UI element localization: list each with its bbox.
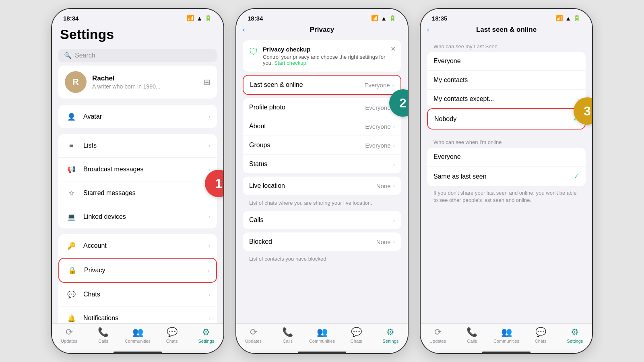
lastseen-nobody[interactable]: Nobody ✓ — [428, 109, 585, 129]
privacy-item-about[interactable]: About Everyone › — [243, 117, 401, 136]
wifi-icon-3: ▲ — [565, 15, 571, 22]
tab-updates-3[interactable]: ⟳ Updates — [421, 327, 455, 343]
settings-item-broadcast[interactable]: 📢 Broadcast messages › — [58, 158, 217, 181]
status-icons-1: 📶 ▲ 🔋 — [187, 14, 212, 22]
linked-icon: 💻 — [65, 210, 78, 223]
shield-icon: 🛡 — [249, 47, 258, 57]
settings-item-privacy[interactable]: 🔒 Privacy › — [58, 258, 217, 283]
close-banner-button[interactable]: ✕ — [390, 45, 396, 53]
chats-tab-label-3: Chats — [535, 339, 547, 343]
privacy-item-calls[interactable]: Calls › — [243, 211, 401, 229]
settings-item-avatar[interactable]: 👤 Avatar › — [58, 105, 217, 128]
avatar: R — [65, 71, 87, 93]
settings-item-account[interactable]: 🔑 Account › — [58, 234, 217, 258]
status-time-2: 18:34 — [248, 15, 263, 22]
privacy-scroll: 🛡 Privacy checkup Control your privacy a… — [236, 37, 408, 323]
privacy-item-photo[interactable]: Profile photo Everyone › — [243, 98, 401, 117]
battery-icon-1: 🔋 — [204, 14, 212, 22]
signal-icon-3: 📶 — [555, 14, 563, 22]
privacy-item-lastseen[interactable]: Last seen & online Everyone › — [244, 76, 400, 94]
home-indicator-3 — [482, 352, 530, 353]
settings-item-starred[interactable]: ☆ Starred messages › — [58, 181, 217, 205]
settings-tab-label-3: Settings — [567, 339, 583, 343]
status-label: Status — [249, 160, 267, 168]
notifications-label: Notifications — [83, 315, 208, 322]
lastseen-list-2: Everyone Same as last seen ✓ — [427, 148, 586, 186]
tab-bar-2: ⟳ Updates 📞 Calls 👥 Communities 💬 Chats … — [236, 323, 408, 350]
lastseen-list-1: Everyone My contacts My contacts except.… — [427, 52, 586, 108]
lastseen-everyone[interactable]: Everyone — [427, 52, 586, 71]
blocked-label: Blocked — [249, 238, 272, 245]
about-label: About — [249, 123, 266, 130]
lastseen-contacts[interactable]: My contacts — [427, 71, 586, 90]
banner-link[interactable]: Start checkup — [274, 60, 306, 66]
calls-label-1: Calls — [99, 339, 108, 343]
lastseen-section2-title: Who can see when I'm online — [421, 133, 592, 148]
tab-calls-3[interactable]: 📞 Calls — [455, 327, 489, 343]
communities-label-3: Communities — [493, 339, 519, 343]
status-time-1: 18:34 — [63, 15, 78, 22]
settings-tab-icon-1: ⚙ — [202, 327, 210, 337]
tab-chats-2[interactable]: 💬 Chats — [339, 327, 374, 343]
broadcast-label: Broadcast messages — [83, 166, 208, 173]
chats-tab-icon-3: 💬 — [535, 327, 546, 337]
phone-3: 18:35 📶 ▲ 🔋 ‹ Last seen & online Who can… — [420, 8, 593, 354]
tab-calls-1[interactable]: 📞 Calls — [86, 327, 120, 343]
lastseen-note: If you don't share your last seen and on… — [421, 186, 592, 207]
tab-calls-2[interactable]: 📞 Calls — [270, 327, 305, 343]
lists-icon: ≡ — [65, 139, 78, 152]
tab-updates-2[interactable]: ⟳ Updates — [236, 327, 270, 343]
tab-communities-3[interactable]: 👥 Communities — [489, 327, 523, 343]
updates-icon-2: ⟳ — [250, 327, 257, 337]
tab-bar-3: ⟳ Updates 📞 Calls 👥 Communities 💬 Chats … — [421, 323, 592, 350]
back-button-3[interactable]: ‹ — [427, 26, 429, 34]
calls-icon-3: 📞 — [466, 327, 477, 337]
settings-tab-label-2: Settings — [383, 339, 399, 343]
tab-settings-3[interactable]: ⚙ Settings — [558, 327, 592, 343]
lastseen-row-value: Everyone — [364, 82, 390, 88]
tab-settings-2[interactable]: ⚙ Settings — [374, 327, 408, 343]
lastseen-contacts-except[interactable]: My contacts except... › — [427, 90, 586, 108]
chats-tab-icon-1: 💬 — [167, 327, 178, 337]
blocked-value: None — [376, 239, 391, 245]
online-everyone[interactable]: Everyone — [427, 148, 586, 167]
status-time-3: 18:35 — [432, 15, 447, 22]
privacy-item-blocked[interactable]: Blocked None › — [243, 232, 401, 251]
settings-item-notifications[interactable]: 🔔 Notifications › — [58, 306, 217, 323]
updates-icon-3: ⟳ — [434, 327, 442, 337]
privacy-list-main: Profile photo Everyone › About Everyone … — [243, 98, 401, 173]
search-bar[interactable]: 🔍 Search — [58, 49, 217, 62]
chats-tab-icon-2: 💬 — [351, 327, 362, 337]
communities-icon-3: 👥 — [501, 327, 512, 337]
privacy-item-groups[interactable]: Groups Everyone › — [243, 136, 401, 155]
settings-item-chats[interactable]: 💬 Chats › — [58, 283, 217, 306]
tab-settings-1[interactable]: ⚙ Settings — [189, 327, 223, 343]
profile-section[interactable]: R Rachel A writer who born in 1990... ⊞ — [58, 66, 217, 99]
broadcast-icon: 📢 — [65, 163, 78, 176]
status-bar-3: 18:35 📶 ▲ 🔋 — [421, 9, 592, 23]
privacy-item-status[interactable]: Status › — [243, 155, 401, 173]
privacy-list-calls: Calls › — [243, 211, 401, 229]
privacy-item-location[interactable]: Live location None › — [243, 177, 401, 195]
tab-chats-1[interactable]: 💬 Chats — [155, 327, 189, 343]
qr-icon[interactable]: ⊞ — [204, 77, 211, 87]
search-placeholder: Search — [75, 52, 95, 59]
lastseen-scroll: Who can see my Last Seen Everyone My con… — [421, 37, 592, 323]
profile-info: Rachel A writer who born in 1990... — [92, 74, 161, 90]
tab-updates-1[interactable]: ⟳ Updates — [52, 327, 86, 343]
settings-group-avatar: 👤 Avatar › — [58, 105, 217, 128]
tab-communities-2[interactable]: 👥 Communities — [305, 327, 339, 343]
last-seen-highlighted-row: Last seen & online Everyone › — [243, 75, 401, 95]
back-icon-2: ‹ — [243, 26, 245, 34]
online-same[interactable]: Same as last seen ✓ — [427, 167, 586, 186]
tab-communities-1[interactable]: 👥 Communities — [120, 327, 155, 343]
settings-item-lists[interactable]: ≡ Lists › — [58, 134, 217, 158]
settings-item-linked[interactable]: 💻 Linked devices › — [58, 205, 217, 228]
back-button-2[interactable]: ‹ — [243, 26, 245, 34]
updates-icon-1: ⟳ — [66, 327, 73, 337]
tab-chats-3[interactable]: 💬 Chats — [524, 327, 558, 343]
blocked-note: List of contacts you have blocked. — [236, 254, 408, 265]
communities-label-1: Communities — [125, 339, 151, 343]
privacy-checkup-banner[interactable]: 🛡 Privacy checkup Control your privacy a… — [243, 40, 401, 72]
settings-tab-label-1: Settings — [198, 339, 215, 343]
